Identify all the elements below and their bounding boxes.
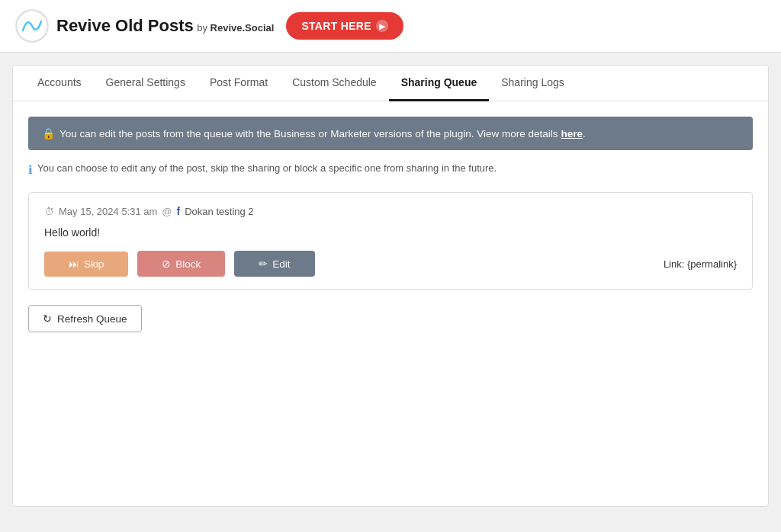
hint-text: ℹ You can choose to edit any of the post…	[28, 162, 753, 177]
info-circle-icon: ℹ	[28, 163, 33, 177]
clock-icon: ⏱	[44, 206, 54, 217]
skip-button[interactable]: ⏭ Skip	[44, 252, 128, 277]
arrow-icon: ▶	[376, 20, 388, 32]
edit-button[interactable]: ✏ Edit	[234, 251, 314, 277]
pencil-icon: ✏	[259, 258, 268, 270]
post-card: ⏱ May 15, 2024 5:31 am @ f Dokan testing…	[28, 192, 753, 290]
tab-content: 🔒 You can edit the posts from the queue …	[13, 101, 768, 348]
post-meta: ⏱ May 15, 2024 5:31 am @ f Dokan testing…	[44, 205, 737, 217]
post-date: May 15, 2024 5:31 am	[59, 206, 157, 217]
post-body: Hello world!	[44, 226, 737, 239]
tab-accounts[interactable]: Accounts	[25, 66, 94, 101]
banner-text: You can edit the posts from the queue wi…	[59, 128, 586, 139]
hint-message: You can choose to edit any of the post, …	[37, 162, 497, 174]
app-title-group: Revive Old Posts by Revive.Social	[56, 16, 274, 36]
block-button[interactable]: ⊘ Block	[137, 251, 225, 277]
block-icon: ⊘	[162, 258, 171, 270]
app-by-text: by Revive.Social	[197, 22, 274, 34]
post-account-name: Dokan testing 2	[185, 206, 253, 217]
lock-icon: 🔒	[42, 127, 55, 139]
main-container: Accounts General Settings Post Format Cu…	[12, 65, 769, 507]
tab-general-settings[interactable]: General Settings	[94, 66, 198, 101]
app-title: Revive Old Posts	[56, 16, 194, 35]
tab-sharing-queue[interactable]: Sharing Queue	[389, 66, 490, 101]
post-actions: ⏭ Skip ⊘ Block ✏ Edit Link: {permalink}	[44, 251, 737, 277]
info-banner: 🔒 You can edit the posts from the queue …	[28, 117, 753, 150]
logo-wrapper: Revive Old Posts by Revive.Social	[15, 9, 274, 43]
tab-custom-schedule[interactable]: Custom Schedule	[280, 66, 389, 101]
banner-link[interactable]: here	[561, 128, 583, 139]
app-logo	[15, 9, 49, 43]
app-brand: Revive.Social	[211, 22, 275, 34]
tab-bar: Accounts General Settings Post Format Cu…	[13, 66, 768, 101]
at-icon: @	[162, 206, 172, 217]
start-here-button[interactable]: START HERE ▶	[286, 12, 403, 40]
refresh-icon: ↻	[43, 312, 52, 325]
post-link: Link: {permalink}	[664, 258, 737, 270]
refresh-queue-button[interactable]: ↻ Refresh Queue	[28, 305, 142, 332]
skip-icon: ⏭	[69, 258, 79, 270]
facebook-icon: f	[177, 205, 181, 217]
tab-post-format[interactable]: Post Format	[198, 66, 280, 101]
app-header: Revive Old Posts by Revive.Social START …	[0, 0, 781, 53]
tab-sharing-logs[interactable]: Sharing Logs	[489, 66, 577, 101]
